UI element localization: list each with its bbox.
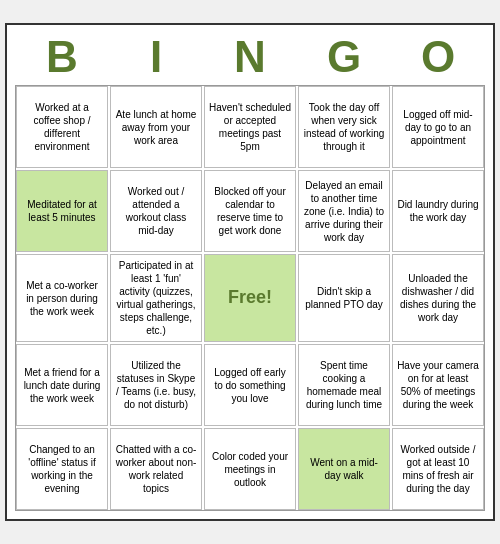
bingo-cell-8[interactable]: Delayed an email to another time zone (i… xyxy=(298,170,390,252)
bingo-header: BINGO xyxy=(15,33,485,81)
bingo-letter-n: N xyxy=(206,33,294,81)
bingo-letter-o: O xyxy=(394,33,482,81)
bingo-cell-6[interactable]: Worked out / attended a workout class mi… xyxy=(110,170,202,252)
bingo-cell-10[interactable]: Met a co-worker in person during the wor… xyxy=(16,254,108,342)
bingo-letter-i: I xyxy=(112,33,200,81)
bingo-cell-1[interactable]: Ate lunch at home away from your work ar… xyxy=(110,86,202,168)
bingo-grid: Worked at a coffee shop / different envi… xyxy=(15,85,485,511)
bingo-cell-3[interactable]: Took the day off when very sick instead … xyxy=(298,86,390,168)
bingo-cell-0[interactable]: Worked at a coffee shop / different envi… xyxy=(16,86,108,168)
bingo-card: BINGO Worked at a coffee shop / differen… xyxy=(5,23,495,521)
bingo-cell-9[interactable]: Did laundry during the work day xyxy=(392,170,484,252)
bingo-cell-5[interactable]: Meditated for at least 5 minutes xyxy=(16,170,108,252)
bingo-cell-15[interactable]: Met a friend for a lunch date during the… xyxy=(16,344,108,426)
bingo-cell-24[interactable]: Worked outside / got at least 10 mins of… xyxy=(392,428,484,510)
bingo-cell-19[interactable]: Have your camera on for at least 50% of … xyxy=(392,344,484,426)
bingo-cell-17[interactable]: Logged off early to do something you lov… xyxy=(204,344,296,426)
bingo-cell-13[interactable]: Didn't skip a planned PTO day xyxy=(298,254,390,342)
bingo-cell-20[interactable]: Changed to an 'offline' status if workin… xyxy=(16,428,108,510)
bingo-cell-11[interactable]: Participated in at least 1 'fun' activit… xyxy=(110,254,202,342)
bingo-cell-16[interactable]: Utilized the statuses in Skype / Teams (… xyxy=(110,344,202,426)
bingo-letter-g: G xyxy=(300,33,388,81)
bingo-letter-b: B xyxy=(18,33,106,81)
bingo-cell-22[interactable]: Color coded your meetings in outlook xyxy=(204,428,296,510)
bingo-cell-18[interactable]: Spent time cooking a homemade meal durin… xyxy=(298,344,390,426)
free-space[interactable]: Free! xyxy=(204,254,296,342)
bingo-cell-7[interactable]: Blocked off your calendar to reserve tim… xyxy=(204,170,296,252)
bingo-cell-21[interactable]: Chatted with a co-worker about non-work … xyxy=(110,428,202,510)
bingo-cell-4[interactable]: Logged off mid-day to go to an appointme… xyxy=(392,86,484,168)
bingo-cell-2[interactable]: Haven't scheduled or accepted meetings p… xyxy=(204,86,296,168)
bingo-cell-14[interactable]: Unloaded the dishwasher / did dishes dur… xyxy=(392,254,484,342)
bingo-cell-23[interactable]: Went on a mid-day walk xyxy=(298,428,390,510)
